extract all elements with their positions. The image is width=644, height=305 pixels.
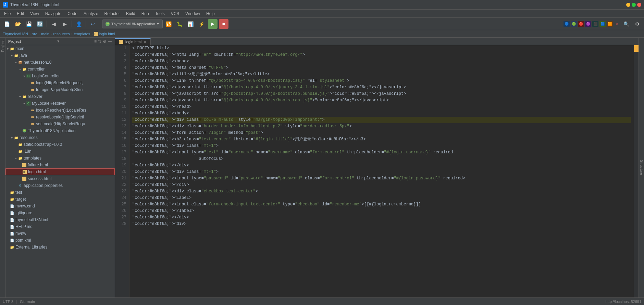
tree-item-ThymeleaflApplication[interactable]: 🌱Thymeleafl18NApplication	[5, 127, 115, 134]
new-file-button[interactable]: 📄	[2, 19, 12, 29]
project-vertical-tab[interactable]: Project	[0, 38, 5, 297]
tree-item-net.tp.lesson10[interactable]: ▾📦net.tp.lesson10	[5, 59, 115, 66]
bc-project[interactable]: Thymeleafl18N	[3, 32, 28, 36]
plugin-icon-5[interactable]: ⬛	[592, 21, 598, 27]
plugin-icon-6[interactable]: 🟦	[599, 21, 606, 27]
undo-button[interactable]: ↩	[88, 19, 98, 29]
menu-edit[interactable]: Edit	[14, 11, 27, 17]
save-button[interactable]: 💾	[24, 19, 34, 29]
tree-item-controller[interactable]: ▾📁controller	[5, 66, 115, 73]
plugin-icon-2[interactable]: 🟢	[571, 21, 577, 27]
tree-arrow: ▾	[14, 156, 18, 160]
plugin-icon-7[interactable]: 🟧	[607, 21, 613, 27]
tree-item-mvnw.cmd[interactable]: 📄mvnw.cmd	[5, 203, 115, 209]
tree-item-LoginController[interactable]: ▾CLoginController	[5, 73, 115, 79]
tree-item-setLocale[interactable]: msetLocale(HttpServletRequ	[5, 120, 115, 127]
plugin-icon-1[interactable]: 🔵	[564, 21, 570, 27]
tree-item-thymeleafl18N.iml[interactable]: 📄thymeleafl18N.iml	[5, 216, 115, 223]
tree-item-login.html[interactable]: Hlogin.html	[5, 168, 115, 175]
tree-item-i18n[interactable]: 📁i18n	[5, 148, 115, 155]
bc-templates[interactable]: templates	[74, 32, 90, 36]
gutter-line-9	[634, 97, 639, 104]
tree-item-login_method[interactable]: mlogin(HttpServletRequest,	[5, 79, 115, 86]
forward-button[interactable]: ▶	[60, 19, 70, 29]
close-button[interactable]	[637, 3, 641, 7]
tree-item-success.html[interactable]: Hsuccess.html	[5, 175, 115, 182]
tree-item-application.properties[interactable]: ⚙application.properties	[5, 182, 115, 189]
maximize-button[interactable]	[632, 3, 636, 7]
tree-item-mvnw[interactable]: 📄mvnw	[5, 230, 115, 237]
project-tab-label[interactable]: Project	[1, 40, 5, 52]
code-line-17: "color:#e8bf6a;"><input type="text" id="…	[132, 149, 631, 156]
plugin-icon-3[interactable]: 🔴	[578, 21, 584, 27]
menu-analyze[interactable]: Analyze	[81, 11, 101, 17]
run-config-selector[interactable]: 🌱 Thymeleafl18NApplication ▼	[102, 20, 163, 28]
tree-item-resolveLocale[interactable]: mresolveLocale(HttpServletl	[5, 114, 115, 120]
line-number-11: 11	[115, 110, 129, 117]
menu-code[interactable]: Code	[65, 11, 80, 17]
code-line-20: "color:#e8bf6a;"><div class="mt-1">	[132, 169, 631, 175]
line-number-23: 23	[115, 188, 129, 195]
tree-item-static[interactable]: 📁static.bootstrap-4.0.0	[5, 141, 115, 148]
tree-item-toLoginPage[interactable]: mtoLoginPage(Model):Strin	[5, 86, 115, 93]
structure-tab[interactable]: Structure	[639, 38, 644, 297]
settings-button[interactable]: ⚙	[632, 19, 642, 29]
menu-tools[interactable]: Tools	[152, 11, 168, 17]
main-layout: Project Project ▼ ≡ ⇅ ⚙ — ▾📁main▾📁java▾📦…	[0, 38, 644, 297]
tab-close-button[interactable]: ✕	[144, 40, 146, 44]
search-button[interactable]: 🔍	[621, 19, 631, 29]
tree-item-resources[interactable]: ▾📁resources	[5, 134, 115, 141]
tree-item-gitignore[interactable]: 📄.gitignore	[5, 209, 115, 216]
menu-navigate[interactable]: Navigate	[42, 11, 64, 17]
gutter-line-28	[634, 221, 639, 227]
collapse-all-button[interactable]: ≡	[94, 39, 97, 44]
tree-item-test[interactable]: 📁test	[5, 189, 115, 196]
tree-item-HELP.md[interactable]: 📄HELP.md	[5, 223, 115, 230]
bc-file[interactable]: login.html	[99, 32, 115, 36]
reload-button[interactable]: 🔁	[164, 19, 174, 29]
tree-item-failure.html[interactable]: Hfailure.html	[5, 162, 115, 168]
tab-login-html[interactable]: H login.html ✕	[115, 38, 151, 45]
menu-refactor[interactable]: Refactor	[102, 11, 123, 17]
menu-help[interactable]: Help	[203, 11, 218, 17]
bc-resources[interactable]: resources	[53, 32, 70, 36]
sidebar-dropdown[interactable]: ▼	[57, 39, 60, 43]
code-content[interactable]: <!DOCTYPE html>"color:#e8bf6a;"><html la…	[129, 45, 634, 297]
tree-item-java[interactable]: ▾📁java	[5, 52, 115, 59]
tree-item-MyLocaleResolver[interactable]: ▾CMyLocaleResolver	[5, 100, 115, 107]
stop-button[interactable]: ■	[219, 19, 228, 29]
tree-item-resolver[interactable]: ▾📁resolver	[5, 93, 115, 100]
svg-text:H: H	[120, 41, 121, 43]
plugin-icons: 🔵 🟢 🔴 🟣 ⬛ 🟦 🟧 ✕	[564, 21, 620, 27]
hide-sidebar-button[interactable]: —	[108, 39, 112, 44]
tree-item-templates[interactable]: ▾📁templates	[5, 155, 115, 162]
sort-button[interactable]: ⇅	[98, 39, 101, 44]
refresh-button[interactable]: 🔄	[35, 19, 45, 29]
profile-button[interactable]: ⚡	[197, 19, 207, 29]
plugin-icon-close[interactable]: ✕	[614, 21, 620, 27]
minimize-button[interactable]	[626, 3, 630, 7]
tree-item-localeResolver[interactable]: mlocaleResolver():LocaleRes	[5, 107, 115, 114]
code-line-5: "color:#e8bf6a;"><title>用户登录"color:#e8bf…	[132, 71, 631, 78]
tree-item-External Libraries[interactable]: 📁External Libraries	[5, 244, 115, 251]
plugin-icon-4[interactable]: 🟣	[585, 21, 591, 27]
menu-build[interactable]: Build	[123, 11, 138, 17]
menu-vcs[interactable]: VCS	[168, 11, 182, 17]
back-button[interactable]: ◀	[49, 19, 59, 29]
open-button[interactable]: 📂	[13, 19, 23, 29]
tree-item-target[interactable]: 📁target	[5, 196, 115, 203]
bc-src[interactable]: src	[32, 32, 37, 36]
menu-run[interactable]: Run	[139, 11, 152, 17]
bc-main[interactable]: main	[41, 32, 49, 36]
menu-window[interactable]: Window	[183, 11, 203, 17]
tree-item-pom.xml[interactable]: 📄pom.xml	[5, 237, 115, 244]
tree-item-main[interactable]: ▾📁main	[5, 45, 115, 52]
tree-icon: m	[30, 115, 35, 119]
menu-view[interactable]: View	[27, 11, 42, 17]
menu-file[interactable]: File	[1, 11, 13, 17]
gear-button[interactable]: ⚙	[103, 39, 107, 44]
coverage-button[interactable]: 📊	[186, 19, 196, 29]
vcs-button[interactable]: 👤	[74, 19, 84, 29]
run-button[interactable]: ▶	[208, 19, 218, 29]
debug-build-button[interactable]: 🐛	[175, 19, 185, 29]
